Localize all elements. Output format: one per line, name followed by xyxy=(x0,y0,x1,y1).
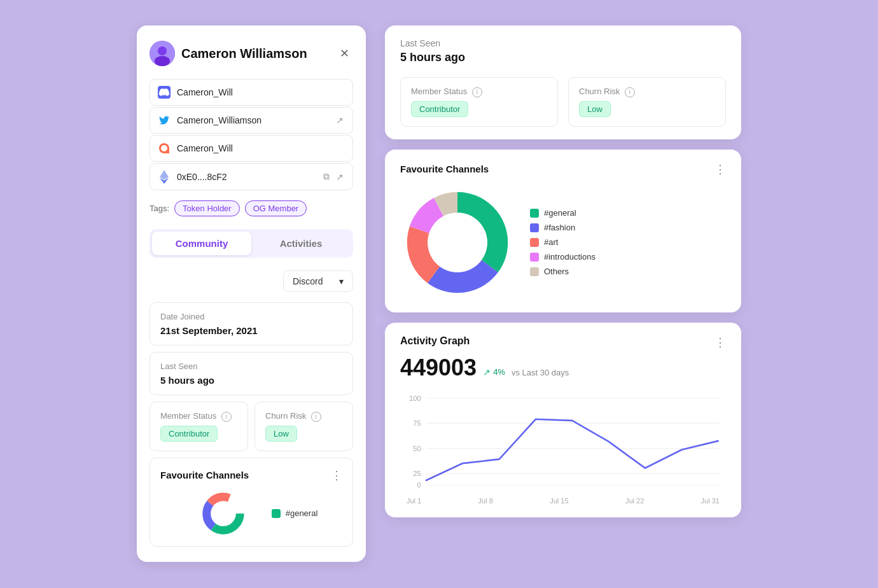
date-joined-label: Date Joined xyxy=(160,312,342,321)
profile-card: Cameron Williamson ✕ Cameron_Will xyxy=(137,25,366,562)
social-item-twitter: Cameron_Williamson ↗ xyxy=(150,107,353,134)
tab-community[interactable]: Community xyxy=(152,232,251,255)
activity-graph-card: Activity Graph ⋮ 449003 ↗ 4% vs Last 30 … xyxy=(385,323,741,517)
twitter-handle: Cameron_Williamson xyxy=(177,115,261,125)
svg-point-1 xyxy=(158,46,167,55)
right-favourite-channels-card: Favourite Channels ⋮ #gene xyxy=(385,150,741,312)
avatar xyxy=(150,41,175,66)
date-joined-card: Date Joined 21st September, 2021 xyxy=(150,302,353,346)
user-name: Cameron Williamson xyxy=(181,46,307,61)
legend-dot-art xyxy=(530,238,539,247)
right-churn-risk-label: Churn Risk i xyxy=(579,87,715,97)
channels-body: #general #fashion #art #introductions Ot… xyxy=(400,185,726,300)
chevron-down-icon: ▾ xyxy=(339,276,344,286)
right-last-seen-value: 5 hours ago xyxy=(400,51,726,64)
change-pct: 4% xyxy=(493,367,505,377)
ethereum-icon xyxy=(158,171,171,183)
x-labels: Jul 1 Jul 8 Jul 15 Jul 22 Jul 31 xyxy=(400,497,726,505)
x-label-jul1: Jul 1 xyxy=(407,497,421,505)
tag-og-member[interactable]: OG Member xyxy=(245,200,307,216)
legend-item-introductions: #introductions xyxy=(530,252,596,262)
legend-general: #general xyxy=(272,508,318,518)
donut-chart xyxy=(400,185,515,300)
last-seen-label: Last Seen xyxy=(160,361,342,371)
close-button[interactable]: ✕ xyxy=(335,45,353,62)
channels-donut-preview xyxy=(185,491,261,536)
copy-icon[interactable]: ⧉ xyxy=(322,170,331,183)
channels-donut-area: #general xyxy=(160,491,342,536)
member-status-badge: Contributor xyxy=(160,426,218,442)
right-churn-risk-badge: Low xyxy=(579,101,611,117)
social-item-discord: Cameron_Will xyxy=(150,79,353,106)
right-member-status-label: Member Status i xyxy=(411,87,547,97)
legend-dot-introductions xyxy=(530,253,539,262)
churn-risk-info-icon[interactable]: i xyxy=(311,412,321,422)
churn-risk-badge: Low xyxy=(265,426,297,442)
discourse-handle: Cameron_Will xyxy=(177,143,233,153)
x-label-jul31: Jul 31 xyxy=(701,497,720,505)
tag-token-holder[interactable]: Token Holder xyxy=(174,200,240,216)
right-status-row: Member Status i Contributor Churn Risk i… xyxy=(400,77,726,127)
social-item-discourse: Cameron_Will xyxy=(150,135,353,162)
arrow-up-icon: ↗ xyxy=(483,367,491,377)
member-status-info-icon[interactable]: i xyxy=(221,412,232,422)
filter-row: Discord ▾ xyxy=(150,270,353,292)
right-churn-risk-info-icon[interactable]: i xyxy=(625,87,635,97)
right-channels-title: Favourite Channels xyxy=(400,164,489,174)
activity-chart-svg: 100 75 50 25 0 xyxy=(400,391,726,493)
legend-dot-others xyxy=(530,267,539,276)
svg-point-11 xyxy=(428,213,487,272)
right-last-seen-section: Last Seen 5 hours ago xyxy=(400,38,726,64)
last-seen-value: 5 hours ago xyxy=(160,375,342,386)
eth-handle: 0xE0....8cF2 xyxy=(177,172,227,182)
x-label-jul15: Jul 15 xyxy=(550,497,568,505)
header-left: Cameron Williamson xyxy=(150,41,307,66)
legend-item-general: #general xyxy=(530,208,596,218)
svg-text:50: 50 xyxy=(413,444,421,452)
right-member-status-badge: Contributor xyxy=(411,101,468,117)
platform-dropdown[interactable]: Discord ▾ xyxy=(283,270,353,292)
right-channels-header: Favourite Channels ⋮ xyxy=(400,162,726,176)
legend-dot-fashion xyxy=(530,223,539,232)
external-link-eth-icon[interactable]: ↗ xyxy=(335,171,345,183)
legend-item-art: #art xyxy=(530,237,596,247)
status-row: Member Status i Contributor Churn Risk i… xyxy=(150,402,353,451)
twitter-icon xyxy=(158,114,171,127)
chart-area: 100 75 50 25 0 xyxy=(400,391,726,493)
churn-risk-card: Churn Risk i Low xyxy=(254,402,353,451)
activity-title: Activity Graph xyxy=(400,335,470,347)
right-member-status-box: Member Status i Contributor xyxy=(400,77,558,127)
social-item-ethereum: 0xE0....8cF2 ⧉ ↗ xyxy=(150,163,353,190)
tab-activities[interactable]: Activities xyxy=(251,232,351,255)
right-channels-more-button[interactable]: ⋮ xyxy=(714,162,726,176)
right-churn-risk-box: Churn Risk i Low xyxy=(568,77,726,127)
svg-text:100: 100 xyxy=(409,394,421,402)
top-info-card: Last Seen 5 hours ago Member Status i Co… xyxy=(385,25,741,139)
activity-more-button[interactable]: ⋮ xyxy=(714,335,726,349)
activity-header: Activity Graph ⋮ xyxy=(400,335,726,349)
activity-change: ↗ 4% xyxy=(483,367,505,377)
external-link-icon[interactable]: ↗ xyxy=(335,114,345,127)
channels-legend: #general #fashion #art #introductions Ot… xyxy=(530,208,596,276)
channels-title: Favourite Channels xyxy=(160,470,249,480)
card-header: Cameron Williamson ✕ xyxy=(150,41,353,66)
favourite-channels-card: Favourite Channels ⋮ #general xyxy=(150,458,353,547)
discord-handle: Cameron_Will xyxy=(177,87,233,97)
activity-stat-row: 449003 ↗ 4% vs Last 30 days xyxy=(400,354,726,381)
channels-legend-preview: #general xyxy=(272,508,318,518)
tags-row: Tags: Token Holder OG Member xyxy=(150,200,353,216)
last-seen-card: Last Seen 5 hours ago xyxy=(150,352,353,395)
svg-text:25: 25 xyxy=(413,470,421,477)
discourse-icon xyxy=(158,142,171,155)
discord-icon xyxy=(158,86,171,99)
tabs-row: Community Activities xyxy=(150,229,353,258)
right-panel: Last Seen 5 hours ago Member Status i Co… xyxy=(385,25,741,517)
right-member-status-info-icon[interactable]: i xyxy=(472,87,482,97)
legend-item-fashion: #fashion xyxy=(530,223,596,232)
svg-text:0: 0 xyxy=(417,481,421,489)
channels-more-button[interactable]: ⋮ xyxy=(331,468,342,482)
social-accounts-list: Cameron_Will Cameron_Williamson ↗ xyxy=(150,79,353,190)
activity-number: 449003 xyxy=(400,354,477,381)
channels-header: Favourite Channels ⋮ xyxy=(160,468,342,482)
member-status-card: Member Status i Contributor xyxy=(150,402,248,451)
